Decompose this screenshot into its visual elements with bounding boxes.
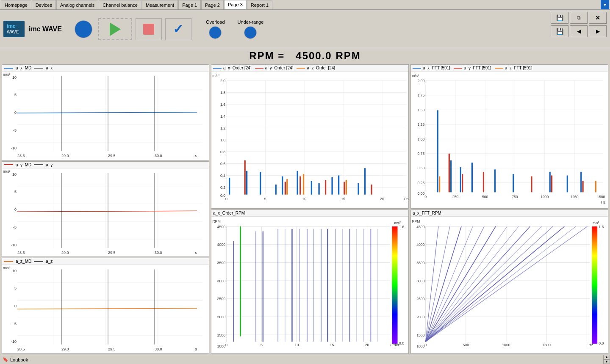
svg-rect-208	[513, 174, 514, 192]
chart-az: a_z_MD a_z m/s² 10 5 0 -5	[2, 258, 209, 354]
svg-text:m/s²: m/s²	[394, 221, 401, 225]
chart-fft-waterfall: a_x_FFT_RPM RPM 4500 4000 3500	[410, 210, 608, 354]
tab-measurement[interactable]: Measurement	[142, 0, 178, 9]
svg-text:-10: -10	[11, 339, 17, 344]
svg-text:1.6: 1.6	[220, 102, 225, 107]
svg-text:1.4: 1.4	[220, 114, 225, 119]
svg-rect-200	[439, 176, 440, 193]
svg-text:30.0: 30.0	[155, 251, 162, 255]
svg-rect-97	[244, 160, 246, 195]
svg-text:2000: 2000	[416, 315, 424, 319]
svg-text:10: 10	[295, 343, 299, 347]
play-icon	[110, 22, 121, 36]
svg-rect-106	[303, 174, 304, 194]
svg-text:29.0: 29.0	[61, 251, 69, 255]
chart-az-title: a_z_MD a_z	[2, 258, 209, 265]
svg-text:4000: 4000	[416, 243, 424, 247]
svg-rect-206	[483, 172, 484, 192]
tab-report1[interactable]: Report 1	[247, 0, 272, 9]
logbook-label: Logbook	[10, 357, 28, 362]
chart-fft-waterfall-title: a_x_FFT_RPM	[411, 210, 608, 217]
svg-rect-98	[246, 171, 247, 195]
svg-text:10: 10	[302, 197, 306, 201]
svg-text:500: 500	[482, 195, 488, 199]
chart-ay-title: a_y_MD a_y	[2, 162, 209, 168]
svg-rect-116	[371, 185, 372, 195]
logo-text: imc	[7, 23, 21, 29]
svg-text:1000: 1000	[541, 195, 549, 199]
svg-text:1.6: 1.6	[399, 224, 404, 229]
svg-text:20: 20	[365, 343, 369, 347]
overload-indicator	[209, 26, 222, 39]
svg-rect-199	[437, 110, 438, 193]
svg-text:1500: 1500	[597, 195, 605, 199]
svg-text:1.2: 1.2	[220, 126, 225, 130]
copy-button[interactable]: ⧉	[570, 12, 588, 24]
save-button[interactable]: 💾	[551, 12, 568, 24]
svg-text:1.8: 1.8	[220, 91, 225, 95]
tab-page2[interactable]: Page 2	[201, 0, 224, 9]
svg-rect-108	[318, 183, 319, 195]
tab-analog-channels[interactable]: Analog channels	[56, 0, 98, 9]
svg-text:29.5: 29.5	[108, 154, 116, 158]
overload-label: Overload	[206, 19, 225, 25]
svg-line-245	[426, 226, 473, 342]
tab-dropdown-button[interactable]: ▼	[601, 0, 609, 9]
scroll-down-arrow[interactable]: ▼	[603, 359, 610, 364]
svg-rect-215	[595, 181, 596, 192]
svg-text:1500: 1500	[416, 333, 424, 337]
tab-channel-balance[interactable]: Channel balance	[99, 0, 141, 9]
svg-text:0.25: 0.25	[418, 181, 425, 185]
svg-text:500: 500	[463, 342, 469, 347]
svg-text:1000: 1000	[416, 344, 424, 348]
play-button[interactable]	[98, 18, 132, 40]
logbook-bar[interactable]: 🔖 Logbook	[0, 355, 603, 364]
svg-rect-114	[358, 183, 359, 195]
tab-homepage[interactable]: Homepage	[1, 0, 31, 9]
svg-rect-104	[297, 171, 298, 195]
svg-text:29.5: 29.5	[108, 251, 116, 255]
svg-text:1.25: 1.25	[418, 122, 425, 127]
svg-text:750: 750	[512, 195, 518, 199]
chart-fft-spectrum: a_x_FFT [591] a_y_FFT [591] a_z_FFT [591…	[410, 64, 608, 209]
svg-text:0: 0	[14, 110, 17, 115]
svg-text:0.6: 0.6	[220, 162, 225, 166]
tab-page1[interactable]: Page 1	[178, 0, 201, 9]
svg-text:0.4: 0.4	[220, 174, 225, 178]
svg-text:0.0: 0.0	[399, 341, 404, 345]
svg-text:2.00: 2.00	[418, 79, 425, 83]
svg-text:5: 5	[264, 197, 266, 201]
save2-button[interactable]: 💾	[551, 25, 568, 37]
svg-rect-209	[531, 176, 532, 193]
chart-ax-title: a_x_MD a_x	[2, 65, 209, 72]
svg-text:0.8: 0.8	[220, 150, 225, 154]
tab-page3[interactable]: Page 3	[224, 0, 247, 9]
close-button[interactable]: ✕	[589, 12, 607, 24]
svg-text:1.0: 1.0	[220, 138, 225, 142]
svg-rect-109	[325, 180, 326, 194]
scroll-up-arrow[interactable]: ▲	[603, 355, 610, 359]
svg-rect-105	[299, 176, 301, 195]
chart-order-waterfall: a_x_Order_RPM RPM 4500 4000	[211, 210, 409, 354]
svg-text:10: 10	[12, 172, 17, 176]
prev-button[interactable]: ◀	[570, 25, 588, 37]
svg-line-33	[17, 211, 197, 212]
svg-text:0.2: 0.2	[220, 185, 225, 190]
svg-text:5: 5	[14, 93, 17, 97]
stop-button[interactable]	[136, 18, 162, 40]
chart-order-waterfall-title: a_x_Order_RPM	[211, 210, 408, 217]
overload-group: Overload	[206, 19, 225, 39]
svg-rect-207	[494, 169, 496, 192]
next-button[interactable]: ▶	[589, 25, 607, 37]
underrange-group: Under-range	[238, 19, 264, 39]
svg-line-12	[17, 112, 197, 113]
logbook-icon: 🔖	[3, 357, 8, 362]
svg-text:15: 15	[341, 197, 345, 201]
tab-devices[interactable]: Devices	[32, 0, 56, 9]
confirm-button[interactable]: ✓	[165, 18, 191, 40]
svg-text:0: 0	[424, 342, 427, 347]
app-name: imc WAVE	[29, 25, 62, 33]
svg-rect-107	[311, 181, 312, 194]
svg-text:1000: 1000	[217, 344, 226, 348]
scroll-arrows: ▲ ▼	[603, 355, 610, 364]
